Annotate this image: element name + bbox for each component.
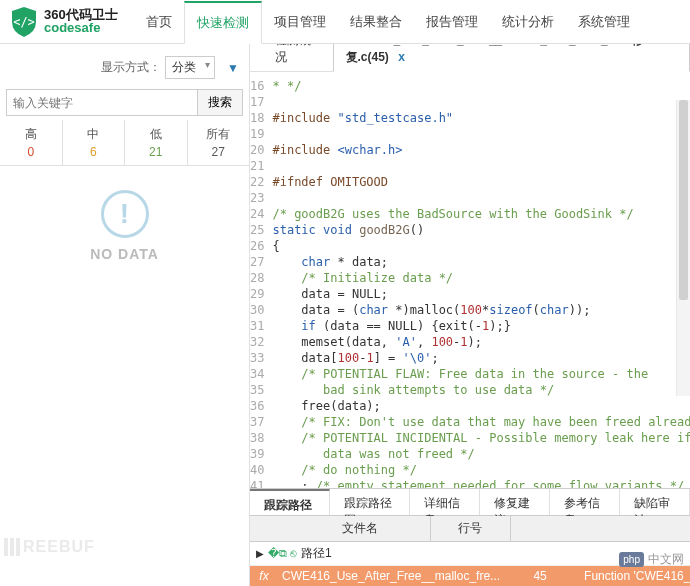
path-icons: �⧉ ⎋ — [268, 547, 297, 560]
search-input[interactable] — [6, 89, 198, 116]
path-line: 45 — [500, 569, 580, 583]
bottom-tab-3[interactable]: 修复建议 — [480, 489, 550, 515]
no-data-area: ! NO DATA — [0, 166, 249, 586]
display-mode-row: 显示方式： 分类 ▼ — [0, 50, 249, 85]
scrollbar-thumb[interactable] — [679, 100, 688, 300]
display-mode-dropdown[interactable]: 分类 — [165, 56, 215, 79]
nav-6[interactable]: 系统管理 — [566, 0, 642, 43]
nav-3[interactable]: 结果整合 — [338, 0, 414, 43]
logo: </> 360代码卫士 codesafe — [0, 6, 128, 38]
path-item-row[interactable]: fx CWE416_Use_After_Free__malloc_fre... … — [250, 566, 690, 586]
severity-sev-all[interactable]: 所有27 — [188, 120, 250, 165]
severity-sev-med[interactable]: 中6 — [63, 120, 126, 165]
shield-icon: </> — [10, 6, 38, 38]
right-panel: 检测概况 CWE416_Use_After_Free__malloc_free_… — [250, 44, 690, 586]
logo-text-en: codesafe — [44, 21, 118, 35]
severity-sev-low[interactable]: 低21 — [125, 120, 188, 165]
nav-1[interactable]: 快速检测 — [184, 1, 262, 44]
nav-0[interactable]: 首页 — [134, 0, 184, 43]
display-mode-label: 显示方式： — [101, 59, 161, 76]
tab-file-label: CWE416_Use_After_Free__malloc_free_char_… — [346, 44, 644, 64]
watermark-left: REEBUF — [4, 538, 95, 556]
bottom-tab-0[interactable]: 跟踪路径表 — [250, 489, 330, 515]
bottom-tab-5[interactable]: 缺陷审计 — [620, 489, 690, 515]
code-lines: * */ #include "std_testcase.h" #include … — [272, 78, 690, 488]
severity-row: 高0中6低21所有27 — [0, 120, 249, 166]
code-editor[interactable]: 1617181920212223242526272829303132333435… — [250, 72, 690, 488]
close-icon[interactable]: x — [398, 50, 405, 64]
expand-icon[interactable]: ▶ — [256, 548, 264, 559]
path-group-label: 路径1 — [301, 545, 332, 562]
line-gutter: 1617181920212223242526272829303132333435… — [250, 78, 272, 488]
bottom-tabs: 跟踪路径表跟踪路径图详细信息修复建议参考信息缺陷审计 — [250, 488, 690, 516]
search-button[interactable]: 搜索 — [197, 89, 243, 116]
fx-icon: fx — [250, 569, 278, 583]
filter-icon[interactable]: ▼ — [227, 61, 239, 75]
col-filename: 文件名 — [290, 516, 431, 541]
logo-text-cn: 360代码卫士 — [44, 8, 118, 21]
watermark-right: php 中文网 — [619, 551, 684, 568]
severity-sev-high[interactable]: 高0 — [0, 120, 63, 165]
bottom-tab-2[interactable]: 详细信息 — [410, 489, 480, 515]
path-desc: Function 'CWE416_Use_After_Free__mall — [580, 569, 690, 583]
col-line: 行号 — [431, 516, 511, 541]
svg-text:</>: </> — [13, 15, 35, 29]
nav-4[interactable]: 报告管理 — [414, 0, 490, 43]
no-data-icon: ! — [101, 190, 149, 238]
no-data-text: NO DATA — [90, 246, 159, 262]
path-file: CWE416_Use_After_Free__malloc_fre... — [278, 569, 500, 583]
code-tabs: 检测概况 CWE416_Use_After_Free__malloc_free_… — [250, 44, 690, 72]
nav-2[interactable]: 项目管理 — [262, 0, 338, 43]
vertical-scrollbar[interactable] — [676, 100, 690, 396]
nav-5[interactable]: 统计分析 — [490, 0, 566, 43]
path-table-header: 文件名 行号 — [250, 516, 690, 542]
search-row: 搜索 — [0, 85, 249, 120]
main-nav: 首页快速检测项目管理结果整合报告管理统计分析系统管理 — [134, 0, 642, 43]
tab-file[interactable]: CWE416_Use_After_Free__malloc_free_char_… — [333, 44, 691, 72]
tab-overview[interactable]: 检测概况 — [262, 44, 333, 71]
bottom-tab-4[interactable]: 参考信息 — [550, 489, 620, 515]
app-header: </> 360代码卫士 codesafe 首页快速检测项目管理结果整合报告管理统… — [0, 0, 690, 44]
bottom-tab-1[interactable]: 跟踪路径图 — [330, 489, 410, 515]
left-panel: 显示方式： 分类 ▼ 搜索 高0中6低21所有27 ! NO DATA — [0, 44, 250, 586]
